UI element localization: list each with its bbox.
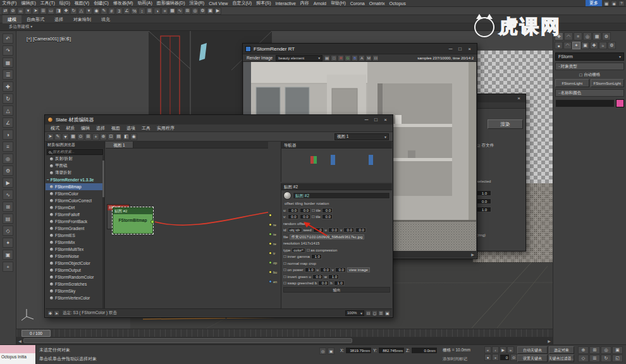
param-checkbox[interactable]: as compression bbox=[307, 248, 338, 253]
add-time-tag[interactable]: 添加时间标记 bbox=[443, 356, 467, 362]
param-value[interactable]: 1.0 bbox=[311, 254, 322, 259]
material-list-item[interactable]: FStormGradient bbox=[46, 225, 104, 232]
spinner-snap-icon[interactable]: ↕ bbox=[138, 8, 145, 15]
isolate-selection-icon[interactable]: ◎ bbox=[319, 348, 326, 355]
previous-frame-button[interactable]: ‹ bbox=[492, 346, 499, 353]
mirror-icon[interactable]: ◑ bbox=[3, 130, 13, 140]
slate-menu-item[interactable]: 材质 bbox=[63, 125, 78, 131]
param-value[interactable]: 0.0 bbox=[288, 208, 298, 213]
display-tab[interactable]: ▦ bbox=[592, 32, 601, 40]
red-channel-icon[interactable]: R bbox=[338, 55, 344, 61]
array-icon[interactable]: ▤ bbox=[3, 214, 13, 224]
help-icon[interactable]: ? bbox=[618, 1, 625, 6]
modify-tab[interactable]: ◠ bbox=[564, 32, 573, 40]
helpers-category-icon[interactable]: ✚ bbox=[590, 42, 598, 49]
undo-icon[interactable]: ↶ bbox=[3, 33, 13, 44]
node-view[interactable]: 视图 1 材质 #2 贴图 #2 FStormBitmap bbox=[106, 142, 268, 310]
zoom-level-dropdown[interactable]: 100% bbox=[345, 310, 364, 316]
layer-icon[interactable]: ▦ bbox=[3, 58, 13, 68]
lights-category-icon[interactable]: ✦ bbox=[572, 42, 580, 49]
param-checkbox[interactable]: tile bbox=[312, 215, 321, 219]
slate-menu-item[interactable]: 模式 bbox=[47, 125, 63, 131]
menu-item[interactable]: 组(G) bbox=[57, 0, 72, 6]
render-icon[interactable]: ▶ bbox=[3, 178, 13, 188]
minimize-button[interactable]: ─ bbox=[362, 117, 371, 123]
param-value[interactable]: 0.0 bbox=[343, 228, 354, 233]
zoom-region-icon[interactable]: ▣ bbox=[612, 346, 623, 354]
node-input-socket[interactable]: op bbox=[268, 258, 281, 267]
menu-item[interactable]: 图形编辑器(D) bbox=[154, 0, 187, 6]
select-and-move-icon[interactable]: ✚ bbox=[63, 8, 70, 15]
save-image-icon[interactable]: ▤ bbox=[324, 55, 330, 61]
menu-item[interactable]: Arnold bbox=[311, 1, 328, 6]
ribbon-tab[interactable]: 选择 bbox=[49, 15, 68, 23]
node-output-socket[interactable] bbox=[150, 220, 154, 224]
listener-row[interactable]: Octopus Initia bbox=[0, 353, 35, 364]
slate-menu-item[interactable]: 工具 bbox=[138, 125, 154, 131]
select-tool-icon[interactable]: ➤ bbox=[47, 133, 54, 140]
green-channel-icon[interactable]: G bbox=[345, 55, 351, 61]
scale-icon[interactable]: △ bbox=[3, 106, 13, 116]
object-name-field[interactable] bbox=[555, 99, 615, 107]
menu-item[interactable]: 编辑(E) bbox=[19, 0, 38, 6]
auto-key-button[interactable]: 自动关键点 bbox=[517, 346, 548, 354]
param-value[interactable]: 1.0 bbox=[328, 274, 339, 279]
move-icon[interactable]: ✚ bbox=[3, 82, 13, 92]
ribbon-tab[interactable]: 建模 bbox=[3, 15, 21, 23]
schematic-view-icon[interactable]: ⊞ bbox=[3, 202, 13, 212]
menu-item[interactable]: 帮助(H) bbox=[329, 0, 348, 6]
rotate-icon[interactable]: ↻ bbox=[3, 94, 13, 104]
menu-item[interactable]: 内容 bbox=[298, 0, 311, 6]
bitmap-node[interactable]: 贴图 #2 FStormBitmap bbox=[113, 207, 153, 234]
slate-titlebar[interactable]: Slate 材质编辑器 ─□× bbox=[45, 115, 393, 124]
menu-item[interactable]: 视图(V) bbox=[72, 0, 91, 6]
zoom-fit-icon[interactable]: ⊡ bbox=[372, 55, 379, 61]
systems-category-icon[interactable]: ⚙ bbox=[608, 42, 616, 49]
zoom-fit-icon[interactable]: ⊡ bbox=[365, 310, 371, 316]
material-list-item[interactable]: FStormIES bbox=[46, 232, 104, 239]
geometry-category-icon[interactable]: ● bbox=[555, 42, 563, 49]
named-selection-icon[interactable]: ☰ bbox=[146, 8, 153, 15]
param-dropdown[interactable]: color bbox=[292, 248, 305, 253]
param-value[interactable]: 0.0 bbox=[312, 274, 323, 279]
param-value[interactable]: 0.0 bbox=[300, 208, 310, 213]
node-input-socket[interactable]: re bbox=[268, 239, 281, 248]
select-object-icon[interactable]: ➤ bbox=[32, 8, 39, 15]
param-button[interactable]: 件夹\2017\101\160909_598dd93617kc.jpg bbox=[290, 234, 365, 240]
field-of-view-icon[interactable]: ◇ bbox=[578, 355, 589, 362]
material-list-item[interactable]: 反射/折射 bbox=[46, 155, 104, 162]
render-setup-icon[interactable]: ⚙ bbox=[3, 166, 13, 176]
layer-explorer-icon[interactable]: ▦ bbox=[169, 8, 176, 15]
ribbon-tab[interactable]: 对象绘制 bbox=[68, 15, 96, 23]
node-input-socket[interactable]: bu bbox=[268, 267, 281, 277]
navigator-minimap[interactable] bbox=[281, 149, 392, 182]
scroll-right-icon[interactable]: ▶ bbox=[546, 339, 553, 343]
layout-icon[interactable]: ▤ bbox=[115, 133, 122, 140]
fstormlight-button[interactable]: FStormLight bbox=[555, 79, 589, 87]
play-button[interactable]: ▶ bbox=[500, 346, 506, 353]
render-image-menu[interactable]: Render Image bbox=[245, 56, 274, 60]
map-name-field[interactable]: 贴图 #2 bbox=[293, 192, 390, 199]
material-list-item[interactable]: FStormRender v1.3.3e bbox=[46, 176, 104, 183]
cameras-category-icon[interactable]: ▣ bbox=[581, 42, 589, 49]
node-input-socket[interactable]: re bbox=[268, 220, 281, 229]
material-list-item[interactable]: FStormMix bbox=[46, 239, 104, 246]
ribbon-tab[interactable]: 填充 bbox=[96, 15, 115, 23]
key-filters-button[interactable]: 关键点过滤器... bbox=[549, 355, 574, 362]
select-by-name-icon[interactable]: ☰ bbox=[40, 8, 47, 15]
zoom-extents-icon[interactable]: ◎ bbox=[601, 346, 611, 354]
menu-item[interactable]: 修改器(M) bbox=[111, 0, 135, 6]
horizontal-scrollbar[interactable]: ◀ ▶ bbox=[16, 337, 553, 344]
redo-icon[interactable]: ↷ bbox=[3, 46, 13, 56]
show-end-result-icon[interactable]: ⊙ bbox=[77, 133, 84, 140]
material-list-item[interactable]: FStormNoise bbox=[46, 253, 104, 260]
slate-menu-item[interactable]: 选项 bbox=[123, 125, 138, 131]
rendered-frame-icon[interactable]: ▣ bbox=[207, 8, 214, 15]
selected-objects-dropdown[interactable]: 选定对象 bbox=[549, 346, 574, 354]
material-list-item[interactable]: FStormOutput bbox=[46, 267, 104, 274]
selection-filter-dropdown[interactable]: ▾ bbox=[25, 8, 32, 15]
light-icon[interactable]: ✦ bbox=[3, 238, 13, 248]
angle-snap-icon[interactable]: ∠ bbox=[123, 8, 130, 15]
menu-item[interactable]: Ornatrix bbox=[367, 1, 387, 6]
new-key-button[interactable]: + bbox=[492, 354, 499, 361]
